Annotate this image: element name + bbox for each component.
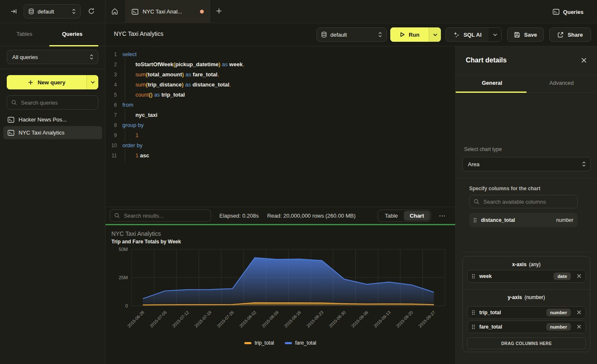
- chart-type-label: Select chart type: [464, 146, 502, 152]
- svg-text:2015-08-02: 2015-08-02: [238, 310, 257, 328]
- area-chart[interactable]: 025M50M2015-06-282015-07-052015-07-12201…: [105, 245, 455, 338]
- query-terminal-icon: [8, 117, 14, 123]
- view-toggle-table[interactable]: Table: [379, 211, 404, 221]
- save-button-label: Save: [524, 32, 537, 38]
- remove-column-icon[interactable]: [577, 323, 581, 331]
- search-queries-input[interactable]: [20, 99, 94, 106]
- svg-text:25M: 25M: [119, 275, 128, 280]
- tab-general[interactable]: General: [482, 80, 502, 86]
- clickhouse-sql-console: default NYC Taxi Anal... Queries NYC Tax…: [0, 0, 597, 364]
- search-results-input[interactable]: [123, 212, 206, 219]
- column-pill-trip_total[interactable]: trip_totalnumber: [467, 306, 586, 319]
- queries-button[interactable]: Queries: [550, 5, 586, 18]
- query-toolbar: NYC Taxi Analytics default Run SQL AI: [105, 23, 597, 46]
- code-line: 91: [105, 130, 455, 140]
- line-number: 8: [105, 120, 117, 130]
- query-filter-select[interactable]: All queries: [7, 50, 98, 64]
- panel-header: Chart details: [456, 46, 597, 75]
- chevron-updown-icon: [72, 8, 76, 14]
- save-icon: [514, 32, 520, 38]
- divider: [0, 69, 105, 69]
- share-button[interactable]: Share: [549, 27, 591, 42]
- drag-handle-icon: [472, 274, 475, 279]
- close-icon[interactable]: [581, 57, 587, 63]
- chart-type-select[interactable]: Area: [462, 157, 591, 171]
- column-type-badge: number: [556, 217, 573, 223]
- save-button[interactable]: Save: [507, 27, 544, 42]
- active-tab-underline: [49, 45, 98, 46]
- new-query-caret[interactable]: [86, 75, 98, 89]
- elapsed-time: Elapsed: 0.208s: [219, 213, 259, 219]
- page-title: NYC Taxi Analytics: [114, 30, 163, 37]
- plus-icon: [28, 80, 33, 85]
- sidebar-tab-queries[interactable]: Queries: [62, 31, 82, 37]
- column-pill-distance_total[interactable]: distance_totalnumber: [469, 213, 578, 227]
- sidebar: Tables Queries All queries New query Hac…: [0, 23, 105, 364]
- indent-guide: [122, 130, 135, 140]
- more-options-icon[interactable]: ⋯: [436, 211, 448, 220]
- run-button[interactable]: Run: [390, 27, 441, 42]
- columns-section-label: Specify columns for the chart: [469, 186, 540, 191]
- saved-query-label: NYC Taxi Analytics: [19, 129, 65, 136]
- chevron-updown-icon: [378, 32, 382, 38]
- remove-column-icon[interactable]: [577, 309, 581, 316]
- database-selector[interactable]: default: [24, 4, 81, 19]
- editor-tab-nyc-taxi[interactable]: NYC Taxi Anal...: [125, 0, 210, 23]
- svg-text:50M: 50M: [119, 247, 128, 252]
- drag-columns-dropzone[interactable]: DRAG COLUMNS HERE: [467, 337, 586, 349]
- panel-tabs: General Advanced: [456, 75, 597, 93]
- line-number: 5: [105, 90, 117, 100]
- refresh-icon[interactable]: [88, 8, 95, 15]
- line-number: 7: [105, 110, 117, 120]
- svg-text:2015-08-23: 2015-08-23: [306, 310, 324, 328]
- chart-title: NYC Taxi Analytics: [111, 230, 161, 237]
- code-line: 10order by: [105, 140, 455, 151]
- code-line: 1select: [105, 49, 455, 59]
- svg-text:0: 0: [125, 303, 128, 308]
- home-icon[interactable]: [111, 8, 119, 15]
- share-icon: [557, 32, 564, 38]
- code-line: 4sum(trip_distance) as distance_total,: [105, 80, 455, 90]
- sql-ai-button[interactable]: SQL AI: [446, 27, 502, 42]
- column-pill-week[interactable]: weekdate: [467, 270, 586, 283]
- search-results-box: [110, 209, 211, 222]
- tab-title: NYC Taxi Anal...: [143, 8, 197, 15]
- collapse-sidebar-icon[interactable]: [10, 8, 17, 15]
- drag-handle-icon: [473, 218, 477, 223]
- saved-query-item[interactable]: NYC Taxi Analytics: [3, 126, 102, 139]
- sql-editor[interactable]: 1select2toStartOfWeek(pickup_datetime) a…: [105, 46, 455, 207]
- run-database-selector[interactable]: default: [316, 27, 387, 42]
- run-options-caret[interactable]: [429, 27, 441, 42]
- sidebar-tab-tables[interactable]: Tables: [16, 31, 32, 37]
- code-line: 7nyc_taxi: [105, 110, 455, 120]
- column-type-badge: date: [554, 272, 571, 280]
- line-number: 9: [105, 130, 117, 140]
- topbar-sidebar-section: default: [0, 0, 105, 23]
- code-line: 8group by: [105, 120, 455, 130]
- view-toggle-chart[interactable]: Chart: [404, 211, 430, 221]
- svg-text:2015-09-20: 2015-09-20: [395, 310, 414, 328]
- chevron-down-icon: [91, 81, 95, 84]
- chart-panel: NYC Taxi Analytics Trip and Fare Totals …: [105, 225, 455, 364]
- new-query-button[interactable]: New query: [7, 75, 98, 89]
- legend-item-fare_total[interactable]: fare_total: [285, 340, 316, 346]
- top-bar: default NYC Taxi Anal... Queries: [0, 0, 597, 23]
- available-columns-list: distance_totalnumber: [469, 213, 578, 230]
- indent-guide: [122, 80, 135, 90]
- svg-text:2015-08-30: 2015-08-30: [328, 310, 347, 328]
- search-columns-input[interactable]: [483, 198, 573, 205]
- saved-query-item[interactable]: Hacker News Pos...: [3, 113, 102, 126]
- tab-advanced[interactable]: Advanced: [549, 80, 574, 86]
- database-icon: [321, 32, 327, 38]
- remove-column-icon[interactable]: [577, 272, 581, 280]
- sql-ai-caret[interactable]: [489, 28, 501, 41]
- svg-text:2015-09-06: 2015-09-06: [351, 310, 369, 328]
- queries-button-label: Queries: [563, 9, 583, 15]
- database-selector-value: default: [38, 8, 68, 15]
- new-tab-plus-icon[interactable]: [216, 8, 222, 14]
- search-icon: [11, 100, 17, 105]
- chart-details-panel: Chart details General Advanced Select ch…: [455, 46, 597, 364]
- legend-item-trip_total[interactable]: trip_total: [244, 340, 274, 346]
- column-name: trip_total: [479, 310, 542, 315]
- column-pill-fare_total[interactable]: fare_totalnumber: [467, 321, 586, 333]
